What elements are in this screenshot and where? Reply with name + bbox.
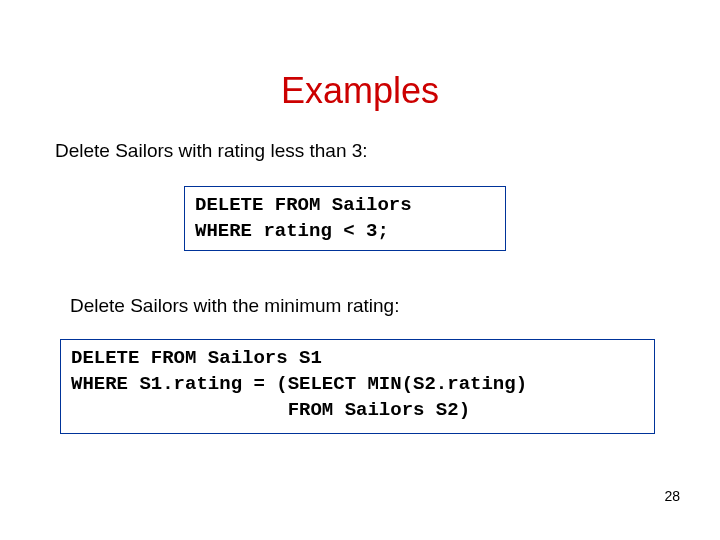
sql-code-1: DELETE FROM Sailors WHERE rating < 3; xyxy=(195,193,495,244)
page-number: 28 xyxy=(664,488,680,504)
sql-code-2: DELETE FROM Sailors S1 WHERE S1.rating =… xyxy=(71,346,644,423)
slide-title: Examples xyxy=(0,70,720,112)
example-description-2: Delete Sailors with the minimum rating: xyxy=(70,295,720,317)
code-box-2: DELETE FROM Sailors S1 WHERE S1.rating =… xyxy=(60,339,655,434)
example-description-1: Delete Sailors with rating less than 3: xyxy=(55,140,720,162)
code-box-1: DELETE FROM Sailors WHERE rating < 3; xyxy=(184,186,506,251)
